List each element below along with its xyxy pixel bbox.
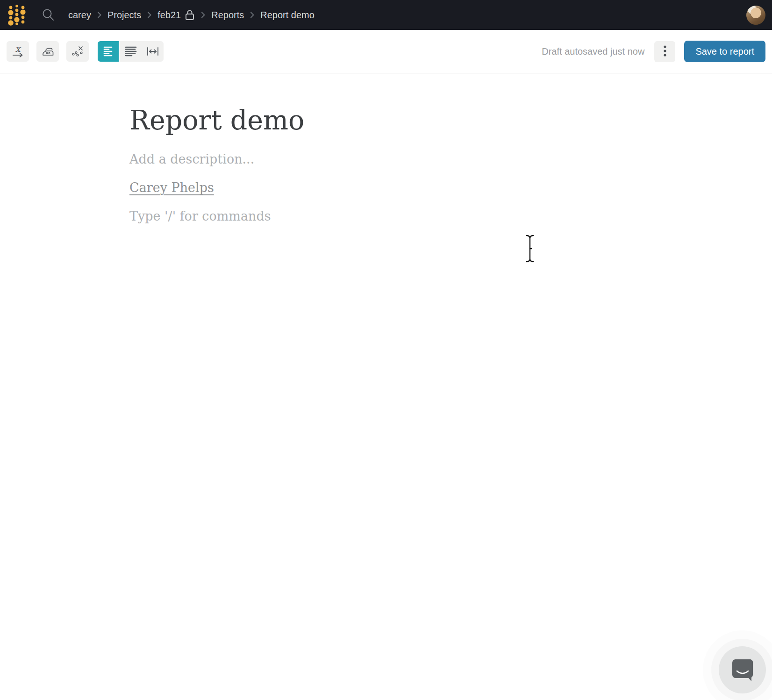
user-avatar[interactable] [746,6,765,25]
latex-x-glyph: x [15,45,21,52]
fit-width-icon [125,46,137,57]
scatter-plot-icon [71,46,84,57]
more-options-button[interactable] [654,41,675,62]
command-placeholder[interactable]: Type '/' for commands [129,208,744,224]
chevron-right-icon [201,11,205,19]
full-width-button[interactable] [142,41,164,62]
chat-launcher-button[interactable] [719,646,766,693]
report-title[interactable]: Report demo [129,105,744,136]
search-button[interactable] [40,7,56,23]
small-width-icon [103,46,114,57]
wandb-logo-icon[interactable] [7,4,26,26]
author-link[interactable]: Carey Phelps [129,179,214,196]
small-width-button[interactable] [98,41,120,62]
scatter-plot-button[interactable] [66,41,89,62]
report-editor-toolbar: x [0,30,772,73]
latex-typeset-button[interactable]: x [7,41,29,62]
breadcrumb: carey Projects feb21 Reports Report demo [68,9,315,21]
toolbar-right-cluster: Draft autosaved just now Save to report [542,41,765,62]
iron-icon [41,46,54,57]
search-icon [41,8,55,22]
top-navigation-bar: carey Projects feb21 Reports Report demo [0,0,772,30]
latex-arrow-icon [12,52,24,57]
intercom-chat-icon [731,658,754,682]
breadcrumb-project-feb21[interactable]: feb21 [157,10,181,21]
autosave-status: Draft autosaved just now [542,46,644,57]
description-placeholder[interactable]: Add a description... [129,151,744,167]
report-width-toggle-group [98,41,164,62]
full-width-icon [147,46,159,57]
chevron-right-icon [250,11,254,19]
fit-width-button[interactable] [120,41,142,62]
sweep-iron-button[interactable] [36,41,59,62]
lock-icon [185,9,195,21]
breadcrumb-reports[interactable]: Reports [211,10,244,21]
kebab-menu-icon [663,45,667,58]
chevron-right-icon [97,11,101,19]
chevron-right-icon [147,11,151,19]
breadcrumb-current-report: Report demo [260,10,315,21]
breadcrumb-projects[interactable]: Projects [107,10,141,21]
breadcrumb-user[interactable]: carey [68,10,91,21]
report-editor-canvas[interactable]: Report demo Add a description... Carey P… [0,74,772,700]
save-to-report-button[interactable]: Save to report [684,41,765,62]
